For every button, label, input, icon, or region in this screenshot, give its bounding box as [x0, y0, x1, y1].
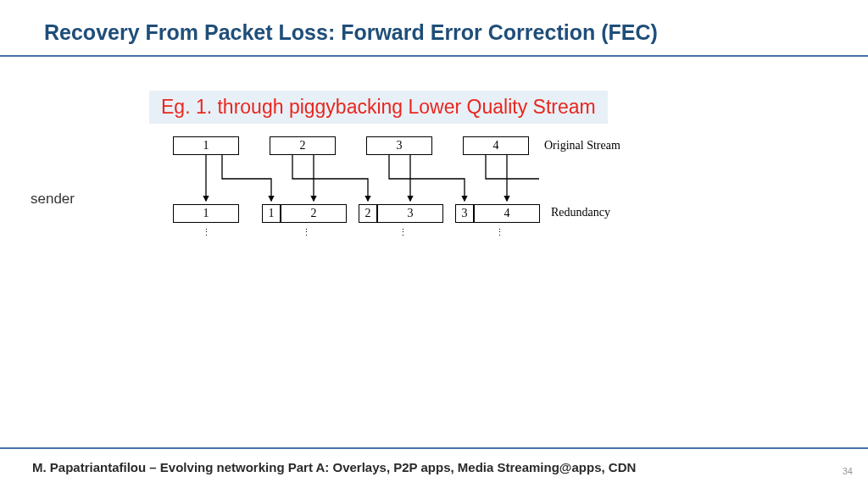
original-box-3: 3 — [366, 136, 432, 155]
footer-divider — [0, 447, 868, 449]
subtitle-box: Eg. 1. through piggybacking Lower Qualit… — [149, 91, 608, 124]
redundancy-label: Redundancy — [551, 206, 610, 219]
original-box-4: 4 — [463, 136, 529, 155]
sender-label: sender — [31, 191, 75, 208]
redundancy-main-4: 4 — [474, 204, 540, 223]
subtitle-text: Eg. 1. through piggybacking Lower Qualit… — [161, 96, 596, 119]
fec-diagram: 1 2 3 4 1 1 2 2 3 3 4 Original Stream Re… — [161, 136, 661, 272]
page-number: 34 — [843, 466, 853, 476]
redundancy-main-1: 1 — [173, 204, 239, 223]
redundancy-small-3: 2 — [359, 204, 377, 223]
ellipsis-3: ⋮ — [398, 227, 409, 238]
footer-text: M. Papatriantafilou – Evolving networkin… — [32, 460, 636, 474]
redundancy-main-2: 2 — [281, 204, 347, 223]
ellipsis-2: ⋮ — [302, 227, 313, 238]
content-area: Eg. 1. through piggybacking Lower Qualit… — [0, 57, 868, 430]
redundancy-main-3: 3 — [377, 204, 443, 223]
title-bar: Recovery From Packet Loss: Forward Error… — [0, 0, 868, 57]
ellipsis-4: ⋮ — [495, 227, 506, 238]
original-stream-label: Original Stream — [544, 139, 620, 152]
redundancy-small-4: 3 — [455, 204, 474, 223]
original-box-1: 1 — [173, 136, 239, 155]
slide-title: Recovery From Packet Loss: Forward Error… — [44, 20, 868, 45]
ellipsis-1: ⋮ — [202, 227, 213, 238]
original-box-2: 2 — [270, 136, 336, 155]
redundancy-small-2: 1 — [262, 204, 281, 223]
